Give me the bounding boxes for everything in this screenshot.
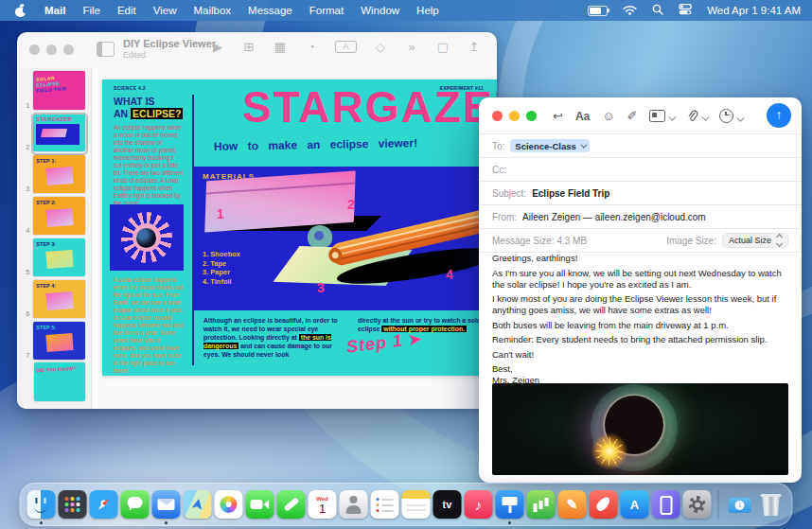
menu-help[interactable]: Help: [408, 0, 448, 21]
insert-icon[interactable]: ⊞: [241, 40, 256, 54]
page-thumbnail-1[interactable]: 1SOLARECLIPSEFIELD TRIP: [21, 74, 85, 110]
dock-pages-icon[interactable]: ✎: [558, 490, 587, 519]
message-size: Message Size: 4.3 MB: [492, 236, 587, 246]
thumbnail-preview: STEP 2:: [33, 197, 85, 235]
menu-mailbox[interactable]: Mailbox: [185, 0, 239, 21]
dock-iphone-mirroring-icon[interactable]: [652, 490, 680, 519]
dock-tv-icon[interactable]: tv: [433, 490, 462, 519]
dock-music-icon[interactable]: ♪: [465, 490, 493, 519]
dock-settings-icon[interactable]: [683, 490, 712, 519]
eclipse-heading: WHAT IS AN ECLIPSE?: [114, 96, 199, 119]
dock-rocket-icon[interactable]: [590, 490, 618, 519]
spotlight-search-icon[interactable]: [652, 4, 663, 17]
page-thumbnail-8[interactable]: DID YOU KNOW?: [21, 365, 85, 401]
page-thumbnail-7[interactable]: 7STEP 5:: [21, 324, 85, 360]
dock-launchpad-icon[interactable]: [59, 490, 87, 519]
undo-icon[interactable]: ↩: [553, 105, 563, 128]
menu-window[interactable]: Window: [352, 0, 408, 21]
page-thumbnail-4[interactable]: 4STEP 2:: [21, 199, 85, 235]
material-number-4: 4: [446, 267, 453, 282]
page-thumbnail-3[interactable]: 3STEP 1:: [21, 157, 85, 193]
menu-file[interactable]: File: [74, 0, 109, 21]
mail-header-fields: To: Science-Class Cc: Subject: Eclipse F…: [479, 133, 802, 253]
message-body[interactable]: Greetings, earthlings!As I'm sure you al…: [492, 253, 788, 390]
share-icon[interactable]: ↥: [467, 40, 482, 54]
close-button[interactable]: [492, 111, 503, 121]
emoji-icon[interactable]: ☺: [602, 105, 614, 128]
minimize-button[interactable]: [509, 111, 520, 121]
dock-safari-icon[interactable]: [90, 490, 118, 519]
material-item: 3. Paper: [203, 268, 240, 277]
image-size-select[interactable]: Actual Size: [722, 233, 788, 249]
wifi-icon[interactable]: [623, 5, 637, 17]
document-page[interactable]: SCIENCE 4.2 EXPERIMENT #11 WHAT IS AN EC…: [102, 79, 497, 376]
course-label: SCIENCE 4.2: [114, 85, 146, 91]
dock-phone-icon[interactable]: [277, 490, 306, 519]
more-toolbar-icon[interactable]: »: [404, 40, 419, 54]
dock-trash-icon[interactable]: [757, 490, 786, 519]
dock-facetime-icon[interactable]: [246, 490, 274, 519]
battery-icon[interactable]: [588, 6, 608, 16]
dock-photos-icon[interactable]: [215, 490, 243, 519]
sidebar-toggle-icon[interactable]: [97, 42, 115, 57]
dock-numbers-icon[interactable]: [527, 490, 556, 519]
send-button[interactable]: ↑: [767, 103, 791, 128]
textbox-icon[interactable]: A: [335, 41, 357, 53]
eclipse-diamond-ring-flare: [591, 432, 628, 470]
comment-icon[interactable]: ▢: [435, 40, 450, 54]
subject-field[interactable]: Subject: Eclipse Field Trip: [479, 181, 802, 204]
close-button[interactable]: [29, 44, 40, 55]
from-field[interactable]: From: Aileen Zeigen — aileen.zeigen@iclo…: [479, 204, 802, 228]
body-paragraph: Reminder: Every student needs to bring t…: [492, 334, 788, 345]
menu-bar-clock[interactable]: Wed Apr 1 9:41 AM: [707, 5, 801, 16]
dock-notes-icon[interactable]: [402, 490, 431, 519]
page-thumbnail-6[interactable]: 6STEP 4:: [21, 282, 85, 318]
menu-mail[interactable]: Mail: [36, 0, 74, 21]
thumbnail-number: 1: [21, 101, 29, 110]
dock-appstore-icon[interactable]: A: [621, 490, 649, 519]
markup-icon[interactable]: ✐: [627, 105, 638, 128]
minimize-button[interactable]: [46, 44, 57, 55]
apple-menu-icon[interactable]: [15, 5, 26, 17]
dock-messages-icon[interactable]: [121, 490, 150, 519]
sun-illustration: [110, 204, 184, 271]
format-text-icon[interactable]: Aa: [575, 105, 590, 128]
play-icon[interactable]: ▶: [210, 40, 225, 54]
zoom-button[interactable]: [63, 44, 74, 55]
menu-message[interactable]: Message: [239, 0, 301, 21]
menu-view[interactable]: View: [145, 0, 185, 21]
page-thumbnail-5[interactable]: 5STEP 3:: [21, 240, 85, 276]
chart-icon[interactable]: ◔: [304, 40, 319, 54]
attachment-icon[interactable]: [686, 108, 707, 125]
to-field[interactable]: To: Science-Class: [479, 133, 802, 157]
dock-calendar-icon[interactable]: Wed1: [309, 490, 337, 519]
dock-downloads-icon[interactable]: [726, 490, 754, 519]
dock-finder-icon[interactable]: [27, 490, 56, 519]
menu-bar: MailFileEditViewMailboxMessageFormatWind…: [0, 0, 812, 21]
menu-edit[interactable]: Edit: [109, 0, 145, 21]
pages-thumbnail-sidebar: 1SOLARECLIPSEFIELD TRIP2STARGAZER3STEP 1…: [17, 68, 92, 409]
dock-keynote-icon[interactable]: [496, 490, 524, 519]
pages-titlebar[interactable]: DIY Eclipse Viewer Edited ▶⊞▦◔A◇»▢↥✐◈▣: [17, 32, 497, 68]
recipient-token[interactable]: Science-Class: [510, 139, 589, 152]
thumbnail-number: 7: [21, 351, 29, 360]
send-later-icon[interactable]: [719, 108, 742, 126]
dock-contacts-icon[interactable]: [340, 490, 368, 519]
thumbnail-list: 1SOLARECLIPSEFIELD TRIP2STARGAZER3STEP 1…: [17, 74, 91, 401]
control-center-icon[interactable]: [679, 4, 692, 17]
shape-icon[interactable]: ◇: [373, 40, 388, 54]
tape-illustration: [308, 225, 332, 248]
menu-format[interactable]: Format: [301, 0, 352, 21]
body-paragraph: I know most of you are doing the Eclipse…: [492, 293, 788, 316]
photo-browser-icon[interactable]: [649, 108, 674, 125]
body-paragraph: Greetings, earthlings!: [492, 253, 788, 264]
dock: Wed1tv♪✎A: [20, 483, 793, 526]
zoom-button[interactable]: [526, 111, 537, 121]
eclipse-photo-attachment[interactable]: [492, 383, 788, 475]
dock-reminders-icon[interactable]: [371, 490, 399, 519]
cc-field[interactable]: Cc:: [479, 157, 802, 181]
table-icon[interactable]: ▦: [273, 40, 288, 54]
page-thumbnail-2[interactable]: 2STARGAZER: [21, 115, 85, 151]
dock-mail-icon[interactable]: [152, 490, 181, 519]
dock-maps-icon[interactable]: [184, 490, 212, 519]
